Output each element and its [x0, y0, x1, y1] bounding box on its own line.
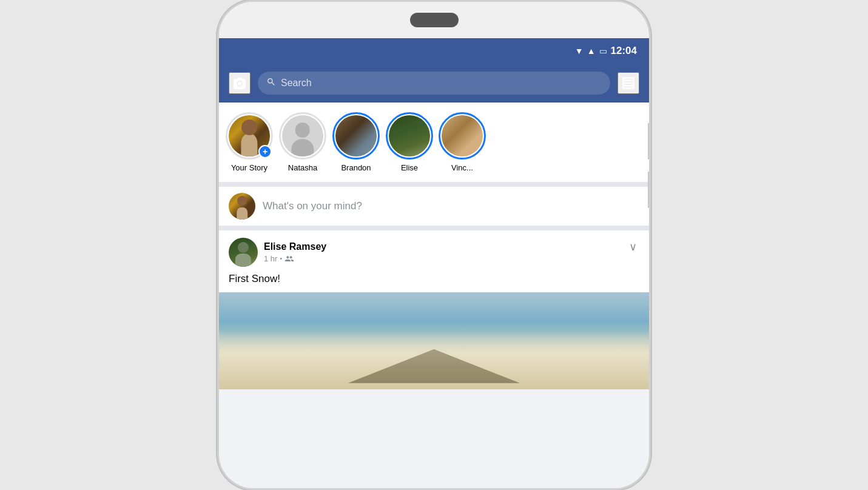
search-icon	[266, 77, 276, 89]
brandon-avatar	[332, 112, 380, 159]
vince-avatar	[439, 112, 486, 159]
post-header-left: Elise Ramsey 1 hr •	[229, 238, 326, 267]
post-text: First Snow!	[229, 272, 639, 286]
post-user-info: Elise Ramsey 1 hr •	[264, 241, 326, 263]
phone-sensor	[410, 13, 459, 27]
story-vince[interactable]: Vinc...	[439, 112, 486, 172]
post-image	[219, 292, 649, 389]
inbox-button[interactable]	[617, 72, 639, 94]
your-story-avatar-wrap: +	[226, 112, 273, 159]
camera-button[interactable]	[229, 72, 251, 94]
brandon-label: Brandon	[341, 163, 371, 172]
elise-avatar-wrap	[386, 112, 433, 159]
post-avatar-elise-photo	[229, 238, 258, 267]
composer-placeholder-text[interactable]: What's on your mind?	[263, 200, 639, 212]
wifi-icon: ▼	[575, 46, 584, 56]
phone-frame: ▼ ▲ ▭ 12:04	[217, 0, 651, 490]
post-composer[interactable]: What's on your mind?	[219, 187, 649, 230]
vince-label: Vinc...	[451, 163, 473, 172]
post-chevron-icon[interactable]: ∨	[627, 238, 639, 256]
phone-wrapper: ▼ ▲ ▭ 12:04	[216, 0, 653, 490]
status-time: 12:04	[611, 45, 637, 57]
nav-bar: Search	[219, 64, 649, 102]
vince-avatar-wrap	[439, 112, 486, 159]
story-your-story[interactable]: + Your Story	[225, 112, 274, 172]
phone-top-bar	[219, 2, 649, 38]
screen: ▼ ▲ ▭ 12:04	[219, 38, 649, 488]
natasha-label: Natasha	[288, 163, 317, 172]
stories-section: + Your Story Natasha	[219, 102, 649, 187]
story-elise[interactable]: Elise	[385, 112, 434, 172]
search-placeholder: Search	[281, 78, 312, 89]
status-icons: ▼ ▲ ▭ 12:04	[575, 45, 637, 57]
elise-photo	[389, 115, 430, 156]
vince-photo	[442, 115, 483, 156]
friends-icon	[284, 253, 294, 263]
post-time: 1 hr	[264, 254, 277, 263]
add-story-badge: +	[258, 145, 272, 158]
post-dot: •	[280, 255, 282, 262]
natasha-avatar	[279, 112, 326, 159]
elise-avatar	[386, 112, 433, 159]
composer-avatar-photo	[229, 193, 255, 220]
signal-icon: ▲	[587, 46, 596, 56]
camera-icon	[232, 76, 247, 90]
phone-volume-button	[648, 172, 651, 208]
post-username[interactable]: Elise Ramsey	[264, 241, 326, 252]
feed-post: Elise Ramsey 1 hr •	[219, 230, 649, 389]
natasha-photo	[282, 115, 323, 156]
battery-icon: ▭	[599, 46, 607, 56]
post-meta: 1 hr •	[264, 253, 326, 263]
story-natasha[interactable]: Natasha	[278, 112, 327, 172]
brandon-avatar-wrap	[332, 112, 380, 159]
composer-avatar	[229, 193, 255, 220]
status-bar: ▼ ▲ ▭ 12:04	[219, 38, 649, 64]
search-bar[interactable]: Search	[258, 72, 610, 95]
story-brandon[interactable]: Brandon	[332, 112, 380, 172]
natasha-avatar-wrap	[279, 112, 326, 159]
post-user-avatar[interactable]	[229, 238, 258, 267]
elise-label: Elise	[401, 163, 418, 172]
post-header: Elise Ramsey 1 hr •	[229, 238, 639, 267]
brandon-photo	[335, 115, 377, 156]
phone-power-button	[648, 123, 651, 159]
your-story-label: Your Story	[231, 163, 267, 172]
